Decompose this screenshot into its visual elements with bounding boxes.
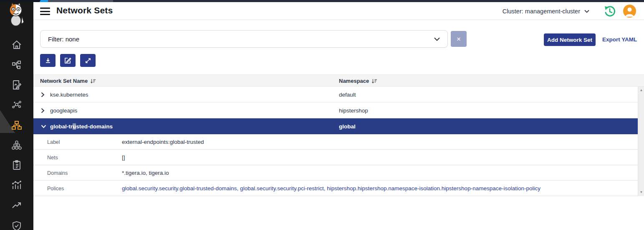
text-cursor-highlight: u <box>73 123 76 130</box>
calico-cat-logo[interactable] <box>3 2 30 27</box>
column-header-name[interactable]: Network Set Name <box>40 75 96 87</box>
top-window-strip <box>0 0 644 2</box>
history-icon <box>603 5 616 18</box>
table-row-kse-kubernetes[interactable]: kse.kubernetes default <box>33 87 638 102</box>
strip-tab <box>48 0 113 2</box>
edit-icon <box>64 57 71 64</box>
add-network-set-button[interactable]: Add Network Set <box>544 33 596 46</box>
download-button[interactable] <box>40 54 56 67</box>
strip-bar <box>113 0 644 2</box>
detail-row-label: Label external-endpoints:global-trusted <box>33 134 638 150</box>
sidebar-item-network-sets[interactable] <box>0 118 33 133</box>
compliance-report-icon <box>11 160 22 171</box>
namespace-value: hipstershop <box>339 102 368 118</box>
namespace-value: default <box>339 87 356 102</box>
edit-button[interactable] <box>60 54 76 67</box>
sidebar-item-service-graph[interactable] <box>0 97 33 112</box>
network-set-name: global-trusted-domains <box>50 118 113 134</box>
sidebar-item-trends[interactable] <box>0 198 33 213</box>
trends-icon <box>11 200 22 211</box>
sidebar-item-policies[interactable] <box>0 77 33 92</box>
sidebar-item-compliance[interactable] <box>0 158 33 173</box>
expand-button[interactable] <box>80 54 96 67</box>
download-icon <box>45 57 51 64</box>
table-row-global-trusted-domains-selected[interactable]: global-trusted-domains global <box>33 118 638 134</box>
user-avatar[interactable] <box>623 5 636 18</box>
namespace-value: global <box>339 118 356 134</box>
scroll-up-arrow[interactable]: ▲ <box>638 87 644 93</box>
detail-row-domains: Domains *.tigera.io, tigera.io <box>33 165 638 181</box>
expanded-details-panel: Label external-endpoints:global-trusted … <box>33 134 638 196</box>
detail-row-polices: Polices global.security.security.global-… <box>33 181 638 196</box>
detail-value: external-endpoints:global-trusted <box>122 134 204 150</box>
detail-value: *.tigera.io, tigera.io <box>122 165 169 181</box>
filter-dropdown[interactable]: Filter: none <box>40 30 448 48</box>
page-title: Network Sets <box>56 5 113 15</box>
detail-row-nets: Nets [] <box>33 150 638 165</box>
expand-icon <box>85 57 91 64</box>
table-scrollbar[interactable]: ▲ ▼ <box>638 87 644 196</box>
detail-label: Polices <box>47 181 64 196</box>
sidebar-item-network-topology[interactable] <box>0 57 33 72</box>
table-row-googleapis[interactable]: googleapis hipstershop <box>33 102 638 118</box>
network-topology-icon <box>11 59 22 70</box>
home-icon <box>11 39 22 50</box>
security-shield-icon <box>11 220 22 230</box>
hamburger-menu-icon[interactable] <box>40 8 50 15</box>
chevron-down-icon <box>584 10 589 13</box>
chevron-right-icon <box>41 108 45 113</box>
sidebar-item-security-events[interactable] <box>0 218 33 230</box>
page-header: Network Sets Cluster: management-cluster <box>33 2 644 20</box>
sidebar-item-dashboard[interactable] <box>0 178 33 193</box>
network-sets-table: kse.kubernetes default googleapis hipste… <box>33 87 638 134</box>
clear-filter-button[interactable]: × <box>451 31 467 47</box>
scroll-down-arrow[interactable]: ▼ <box>638 189 644 195</box>
export-yaml-link[interactable]: Export YAML <box>602 36 637 43</box>
sort-icon <box>90 79 96 84</box>
chevron-down-icon <box>434 37 440 41</box>
sidebar <box>0 0 33 230</box>
sidebar-item-endpoints[interactable] <box>0 138 33 153</box>
network-set-name: kse.kubernetes <box>50 87 88 102</box>
cluster-selector[interactable]: Cluster: management-cluster <box>503 7 589 16</box>
column-header-namespace[interactable]: Namespace <box>339 75 377 87</box>
detail-label: Label <box>47 134 60 150</box>
service-graph-icon <box>11 100 22 110</box>
dashboard-stats-icon <box>11 180 22 191</box>
sort-icon <box>371 79 377 84</box>
detail-label: Nets <box>47 150 58 165</box>
policy-document-icon <box>11 79 22 90</box>
detail-value: [] <box>122 150 125 165</box>
filter-value: Filter: none <box>48 36 79 43</box>
chevron-down-icon <box>41 125 46 128</box>
sidebar-item-home[interactable] <box>0 37 33 52</box>
chevron-right-icon <box>41 92 45 97</box>
network-set-name: googleapis <box>50 102 77 118</box>
table-header: Network Set Name Namespace <box>33 74 644 87</box>
detail-label: Domains <box>47 165 68 181</box>
network-sets-icon <box>11 120 23 131</box>
user-icon <box>623 5 636 18</box>
endpoints-icon <box>11 140 22 151</box>
detail-value-policy-links[interactable]: global.security.security.global-trusted-… <box>122 181 540 196</box>
cluster-label: Cluster: management-cluster <box>503 8 580 15</box>
history-button[interactable] <box>603 5 616 18</box>
